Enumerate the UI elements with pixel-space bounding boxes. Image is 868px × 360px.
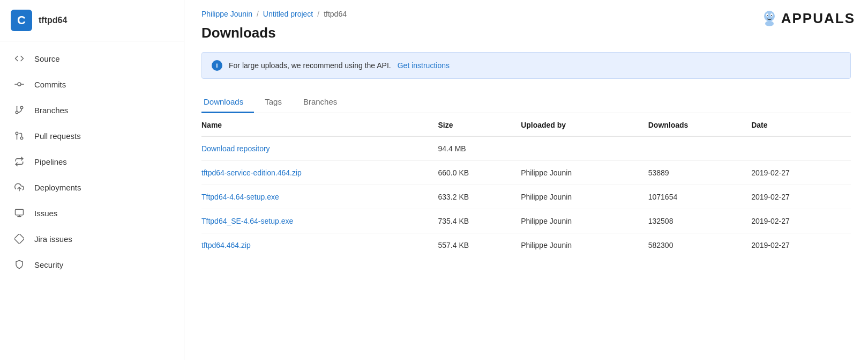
svg-point-17 (767, 15, 768, 16)
col-uploaded-by: Uploaded by (521, 113, 648, 136)
commit-icon (13, 78, 26, 91)
file-link[interactable]: Tftpd64_SE-4.64-setup.exe (201, 217, 293, 225)
cell-size: 557.4 KB (438, 233, 521, 258)
svg-point-18 (771, 15, 772, 16)
cell-date: 2019-02-27 (751, 161, 851, 185)
cell-size: 94.4 MB (438, 136, 521, 161)
sidebar-item-security[interactable]: Security (0, 252, 184, 277)
file-link[interactable]: Download repository (201, 144, 270, 153)
sidebar-nav: Source Commits Br (0, 41, 184, 360)
cell-name: tftpd64.464.zip (201, 233, 438, 258)
sidebar-label-deployments: Deployments (34, 183, 81, 192)
cell-uploaded-by: Philippe Jounin (521, 209, 648, 233)
breadcrumb-owner[interactable]: Philippe Jounin (201, 10, 252, 18)
tabs-row: Downloads Tags Branches (201, 92, 851, 113)
cell-date: 2019-02-27 (751, 185, 851, 209)
sidebar-header: C tftpd64 (0, 0, 184, 41)
breadcrumb-sep-1: / (257, 10, 259, 18)
col-date: Date (751, 113, 851, 136)
cell-downloads: 132508 (648, 209, 752, 233)
deployments-icon (13, 181, 26, 194)
table-row: Tftpd64-4.64-setup.exe633.2 KBPhilippe J… (201, 185, 851, 209)
sidebar-item-branches[interactable]: Branches (0, 97, 184, 123)
sidebar-label-security: Security (34, 260, 63, 269)
sidebar-item-commits[interactable]: Commits (0, 71, 184, 97)
appuals-text: APPUALS (781, 10, 855, 27)
sidebar-item-pipelines[interactable]: Pipelines (0, 149, 184, 174)
code-icon (13, 52, 26, 65)
downloads-table: Name Size Uploaded by Downloads Date Dow… (201, 113, 851, 257)
info-banner: i For large uploads, we recommend using … (201, 52, 851, 79)
cell-size: 660.0 KB (438, 161, 521, 185)
banner-text: For large uploads, we recommend using th… (229, 61, 391, 70)
table-row: tftpd64.464.zip557.4 KBPhilippe Jounin58… (201, 233, 851, 258)
breadcrumb-project[interactable]: Untitled project (263, 10, 313, 18)
pull-requests-icon (13, 129, 26, 142)
appuals-logo: APPUALS (760, 9, 855, 28)
main-content: Philippe Jounin / Untitled project / tft… (184, 0, 868, 360)
cell-uploaded-by: Philippe Jounin (521, 233, 648, 258)
sidebar-logo: C (11, 10, 32, 31)
cell-downloads: 53889 (648, 161, 752, 185)
cell-downloads: 1071654 (648, 185, 752, 209)
sidebar-label-pipelines: Pipelines (34, 157, 67, 166)
breadcrumb-repo: tftpd64 (324, 10, 347, 18)
cell-size: 735.4 KB (438, 209, 521, 233)
sidebar-item-deployments[interactable]: Deployments (0, 174, 184, 200)
cell-date (751, 136, 851, 161)
sidebar-label-jira-issues: Jira issues (34, 234, 72, 244)
file-link[interactable]: Tftpd64-4.64-setup.exe (201, 193, 279, 201)
pipelines-icon (13, 155, 26, 168)
get-instructions-link[interactable]: Get instructions (398, 61, 450, 70)
issues-icon (13, 207, 26, 219)
col-name: Name (201, 113, 438, 136)
cell-name: Download repository (201, 136, 438, 161)
file-link[interactable]: tftpd64.464.zip (201, 241, 251, 249)
svg-rect-13 (14, 234, 24, 244)
sidebar-item-jira-issues[interactable]: Jira issues (0, 226, 184, 252)
table-row: Tftpd64_SE-4.64-setup.exe735.4 KBPhilipp… (201, 209, 851, 233)
file-link[interactable]: tftpd64-service-edition.464.zip (201, 168, 302, 177)
cell-size: 633.2 KB (438, 185, 521, 209)
svg-rect-10 (16, 209, 24, 215)
cell-date: 2019-02-27 (751, 209, 851, 233)
cell-name: Tftpd64-4.64-setup.exe (201, 185, 438, 209)
tab-tags[interactable]: Tags (263, 92, 293, 113)
page-title: Downloads (201, 25, 851, 41)
sidebar: C tftpd64 Source Commits (0, 0, 184, 360)
cell-name: Tftpd64_SE-4.64-setup.exe (201, 209, 438, 233)
sidebar-label-issues: Issues (34, 209, 57, 218)
cell-downloads: 582300 (648, 233, 752, 258)
cell-date: 2019-02-27 (751, 233, 851, 258)
sidebar-project-name: tftpd64 (39, 16, 67, 25)
sidebar-item-issues[interactable]: Issues (0, 200, 184, 226)
table-row: Download repository94.4 MB (201, 136, 851, 161)
sidebar-item-source[interactable]: Source (0, 46, 184, 71)
col-size: Size (438, 113, 521, 136)
info-icon: i (212, 60, 222, 71)
sidebar-label-commits: Commits (34, 80, 66, 89)
table-row: tftpd64-service-edition.464.zip660.0 KBP… (201, 161, 851, 185)
svg-point-19 (765, 21, 774, 26)
cell-downloads (648, 136, 752, 161)
col-downloads: Downloads (648, 113, 752, 136)
cell-uploaded-by: Philippe Jounin (521, 185, 648, 209)
sidebar-label-pull-requests: Pull requests (34, 131, 81, 141)
tab-downloads[interactable]: Downloads (201, 92, 254, 113)
security-icon (13, 258, 26, 271)
branches-icon (13, 104, 26, 116)
sidebar-label-branches: Branches (34, 106, 68, 115)
svg-point-0 (18, 83, 21, 86)
sidebar-item-pull-requests[interactable]: Pull requests (0, 123, 184, 149)
cell-name: tftpd64-service-edition.464.zip (201, 161, 438, 185)
sidebar-label-source: Source (34, 54, 60, 63)
appuals-mascot-icon (760, 9, 779, 28)
cell-uploaded-by (521, 136, 648, 161)
tab-branches[interactable]: Branches (301, 92, 348, 113)
breadcrumb-sep-2: / (317, 10, 319, 18)
cell-uploaded-by: Philippe Jounin (521, 161, 648, 185)
jira-icon (13, 232, 26, 245)
